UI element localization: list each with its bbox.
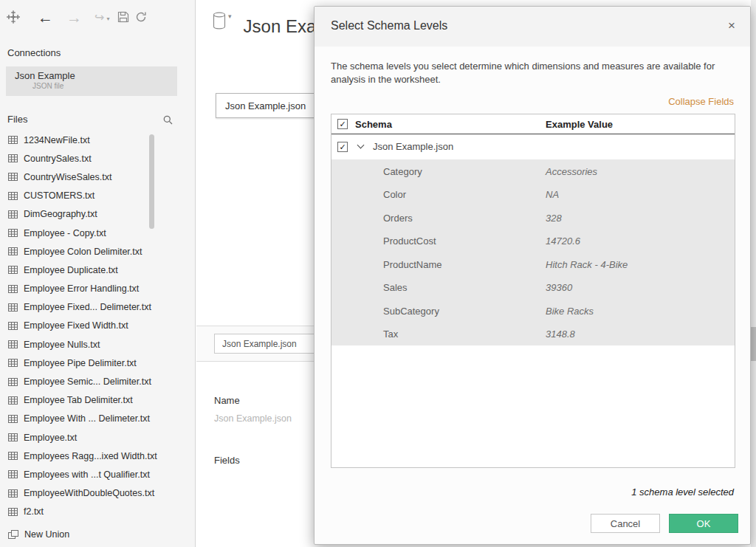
schema-field-row[interactable]: Tax 3148.8 — [331, 323, 735, 346]
schema-column-header: Schema — [355, 119, 392, 130]
file-item[interactable]: Employee Duplicate.txt — [0, 261, 196, 279]
file-item[interactable]: Employees Ragg...ixed Width.txt — [0, 447, 196, 465]
file-name: Employee Fixed... Delimeter.txt — [24, 302, 151, 312]
file-item[interactable]: Employee Tab Delimiter.txt — [0, 391, 196, 410]
tableau-logo-icon[interactable] — [6, 10, 21, 24]
file-name: Employee Error Handling.txt — [24, 283, 139, 294]
file-item[interactable]: Employee Pipe Delimiter.txt — [0, 354, 196, 372]
schema-field-row[interactable]: Sales 39360 — [331, 276, 735, 300]
back-button[interactable]: ← — [31, 10, 60, 25]
new-union-button[interactable]: New Union — [0, 524, 196, 545]
file-list: 1234NewFile.txt CountrySales.txt Country… — [0, 131, 196, 521]
refresh-button[interactable] — [135, 11, 147, 23]
file-item[interactable]: CountryWiseSales.txt — [0, 168, 196, 186]
schema-field-name: Orders — [383, 212, 413, 223]
file-name: Employee Duplicate.txt — [24, 265, 118, 275]
file-item[interactable]: Employees with ...t Qualifier.txt — [0, 465, 196, 484]
schema-field-row[interactable]: Orders 328 — [331, 206, 735, 230]
name-column-label: Name — [214, 395, 240, 406]
file-item[interactable]: EmployeeWithDoubleQuotes.txt — [0, 484, 196, 503]
file-name: Employee.txt — [24, 433, 77, 443]
cancel-button[interactable]: Cancel — [591, 514, 660, 533]
database-caret-icon[interactable]: ▾ — [228, 13, 232, 20]
file-name: f2.txt — [24, 506, 44, 517]
table-grid-icon — [8, 415, 18, 423]
database-icon[interactable] — [213, 12, 226, 32]
table-grid-icon — [8, 378, 18, 386]
schema-field-name: ProductName — [383, 258, 441, 269]
sheet-card-label: Json Example.json — [222, 339, 297, 349]
schema-table: ✓ Schema Example Value ✓ Json Example.js… — [331, 114, 735, 468]
file-name: EmployeeWithDoubleQuotes.txt — [24, 488, 154, 498]
sidebar: ← → ↪ ▾ Connections Json Example JS — [0, 0, 196, 547]
file-name: Employee - Copy.txt — [24, 228, 106, 238]
file-item[interactable]: Employee Error Handling.txt — [0, 280, 196, 298]
canvas-table-card-label: Json Example.json — [225, 100, 306, 111]
file-item[interactable]: Employee.txt — [0, 428, 196, 447]
schema-field-value: Bike Racks — [546, 305, 594, 316]
table-grid-icon — [8, 359, 18, 367]
tableau-datasource-window: ← → ↪ ▾ Connections Json Example JS — [0, 0, 756, 547]
ok-button[interactable]: OK — [669, 514, 738, 533]
file-item[interactable]: DimGeography.txt — [0, 205, 196, 224]
schema-field-value: 39360 — [546, 282, 572, 293]
toolbar: ← → ↪ ▾ — [0, 0, 196, 34]
schema-table-header: ✓ Schema Example Value — [331, 114, 735, 134]
redo-caret-icon[interactable]: ▾ — [104, 16, 111, 22]
schema-field-name: Category — [383, 165, 422, 176]
search-icon[interactable] — [163, 115, 173, 125]
dialog-header: Select Schema Levels × — [315, 7, 750, 47]
file-item[interactable]: Employee - Copy.txt — [0, 224, 196, 242]
table-grid-icon — [8, 396, 18, 405]
window-scrollbar-thumb[interactable] — [751, 327, 756, 361]
window-scrollbar[interactable] — [751, 0, 756, 547]
file-item[interactable]: CountrySales.txt — [0, 149, 196, 168]
file-item[interactable]: CUSTOMERS.txt — [0, 187, 196, 205]
save-button[interactable] — [117, 11, 129, 23]
name-column-value: Json Example.json — [214, 413, 292, 424]
files-section-title: Files — [7, 114, 27, 125]
schema-field-row[interactable]: ProductCost 14720.6 — [331, 230, 735, 253]
schema-field-name: Color — [383, 189, 406, 200]
file-item[interactable]: Employee Colon Delimiter.txt — [0, 242, 196, 261]
schema-field-row[interactable]: Category Accessories — [331, 159, 735, 183]
select-all-checkbox[interactable]: ✓ — [337, 119, 348, 129]
table-grid-icon — [8, 229, 18, 237]
connection-name: Json Example — [15, 70, 177, 81]
file-item[interactable]: Employee Fixed Width.txt — [0, 317, 196, 335]
file-name: CountrySales.txt — [24, 154, 92, 164]
file-name: 1234NewFile.txt — [24, 135, 90, 145]
schema-field-row[interactable]: Color NA — [331, 183, 735, 207]
forward-button[interactable]: → — [60, 10, 89, 25]
file-item[interactable]: Employee Nulls.txt — [0, 335, 196, 354]
schema-field-value: 14720.6 — [546, 235, 580, 247]
table-grid-icon — [8, 340, 18, 348]
table-grid-icon — [8, 154, 18, 162]
schema-field-row[interactable]: ProductName Hitch Rack - 4-Bike — [331, 252, 735, 276]
table-grid-icon — [8, 210, 18, 219]
connection-item-json-example[interactable]: Json Example JSON file — [6, 66, 177, 96]
file-item[interactable]: Employee With ... Delimeter.txt — [0, 410, 196, 428]
dialog-title: Select Schema Levels — [331, 19, 447, 32]
root-checkbox[interactable]: ✓ — [337, 142, 348, 152]
chevron-down-icon[interactable] — [357, 142, 365, 149]
file-item[interactable]: Employee Semic... Delimiter.txt — [0, 372, 196, 391]
file-item[interactable]: f2.txt — [0, 503, 196, 521]
redo-icon[interactable]: ↪ — [89, 10, 104, 24]
close-icon[interactable]: × — [722, 16, 741, 35]
file-name: Employee Pipe Delimiter.txt — [24, 358, 137, 368]
schema-root-label: Json Example.json — [373, 141, 453, 152]
schema-root-row[interactable]: ✓ Json Example.json — [331, 135, 735, 159]
schema-field-row[interactable]: SubCategory Bike Racks — [331, 299, 735, 323]
schema-field-value: Hitch Rack - 4-Bike — [546, 258, 628, 269]
file-item[interactable]: Employee Fixed... Delimeter.txt — [0, 298, 196, 317]
file-list-scrollbar-thumb[interactable] — [149, 134, 154, 229]
collapse-fields-link[interactable]: Collapse Fields — [668, 96, 734, 107]
file-name: Employee With ... Delimeter.txt — [24, 413, 150, 424]
file-name: CountryWiseSales.txt — [24, 172, 111, 182]
schema-field-value: NA — [546, 189, 559, 200]
schema-field-value: 3148.8 — [546, 328, 575, 340]
file-name: Employee Fixed Width.txt — [24, 320, 128, 331]
file-name: DimGeography.txt — [24, 209, 97, 219]
file-item[interactable]: 1234NewFile.txt — [0, 131, 196, 149]
